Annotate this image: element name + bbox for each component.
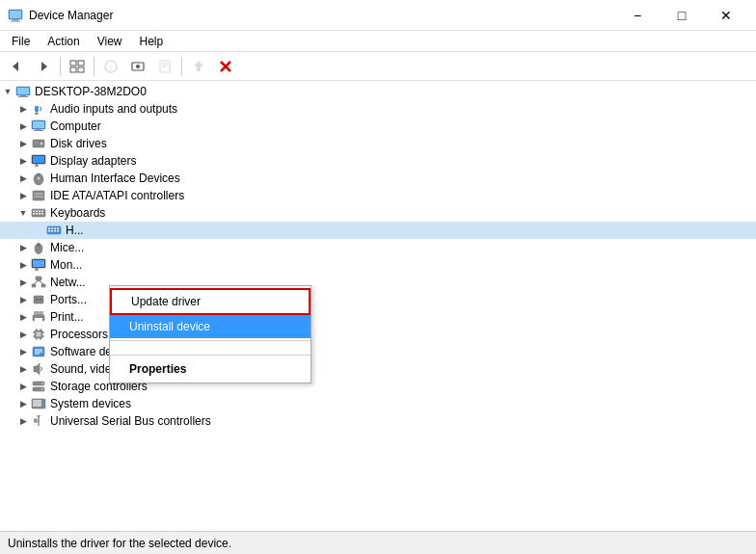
svg-marker-5 [41,62,47,71]
ctx-scan[interactable] [110,343,310,353]
svg-rect-25 [18,96,28,97]
tree-item-hid[interactable]: ▶ Human Interface Devices [0,170,756,187]
ide-expander[interactable]: ▶ [15,187,31,204]
svg-rect-9 [78,67,84,72]
computer-expander[interactable]: ▶ [15,118,31,135]
computer-icon [31,119,46,134]
tree-item-monitors[interactable]: ▶ Mon... [0,256,756,274]
tree-item-system[interactable]: ▶ System devices [0,395,756,412]
back-button[interactable] [4,55,29,78]
software-expander[interactable]: ▶ [15,343,31,360]
toolbar-separator-3 [181,57,182,76]
tree-item-hid-keyboard[interactable]: ▶ H... [0,222,756,239]
close-button[interactable]: ✕ [704,0,748,31]
svg-text:i: i [110,63,112,72]
disk-label: Disk drives [50,137,107,150]
monitors-expander[interactable]: ▶ [15,256,31,274]
tree-item-audio[interactable]: ▶ Audio inputs and outputs [0,100,756,118]
svg-rect-3 [11,20,20,21]
title-bar-left: Device Manager [8,8,113,23]
svg-rect-59 [57,228,59,230]
svg-rect-6 [70,61,76,66]
usb-expander[interactable]: ▶ [15,412,31,430]
properties-button[interactable] [152,55,177,78]
showhide-button[interactable] [65,55,90,78]
toolbar-separator-1 [60,57,61,76]
ide-label: IDE ATA/ATAPI controllers [50,189,184,202]
svg-rect-51 [33,213,35,215]
svg-rect-56 [48,228,50,230]
tree-item-computer[interactable]: ▶ Computer [0,118,756,135]
svg-rect-101 [33,400,41,407]
disk-expander[interactable]: ▶ [15,135,31,152]
ctx-separator-2 [110,355,310,356]
ctx-uninstall-device[interactable]: Uninstall device [110,315,310,338]
mice-expander[interactable]: ▶ [15,239,31,256]
hid-expander[interactable]: ▶ [15,170,31,187]
maximize-button[interactable]: □ [660,0,704,31]
tree-item-usb[interactable]: ▶ Universal Serial Bus controllers [0,412,756,430]
tree-item-ide[interactable]: ▶ IDE ATA/ATAPI controllers [0,187,756,204]
tree-item-display[interactable]: ▶ Display adapters [0,152,756,170]
tree-item-keyboards[interactable]: ▼ Keyboards [0,204,756,222]
svg-marker-18 [194,61,203,66]
monitors-label: Mon... [50,258,82,272]
svg-rect-75 [34,296,43,303]
svg-rect-2 [13,19,18,21]
tree-root[interactable]: ▼ DESKTOP-38M2DO0 [0,83,756,100]
menu-file[interactable]: File [4,33,38,50]
display-expander[interactable]: ▶ [15,152,31,170]
print-expander[interactable]: ▶ [15,308,31,326]
network-expander[interactable]: ▶ [15,274,31,291]
toolbar: i [0,52,756,81]
svg-marker-109 [37,415,40,418]
keyboards-expander[interactable]: ▼ [15,204,31,222]
svg-marker-95 [34,363,40,375]
ports-icon [31,292,46,307]
processors-label: Processors [50,328,108,341]
svg-line-74 [39,280,43,284]
svg-rect-53 [39,213,40,215]
svg-rect-107 [34,419,37,421]
svg-rect-31 [36,129,41,130]
hid-label: Human Interface Devices [50,171,180,185]
system-label: System devices [50,397,131,410]
info-button[interactable]: i [98,55,123,78]
system-expander[interactable]: ▶ [15,395,31,412]
root-icon [15,84,31,99]
disk-icon [31,136,46,151]
network-label: Netw... [50,276,86,289]
sound-expander[interactable]: ▶ [15,360,31,378]
svg-point-77 [40,299,41,301]
menu-view[interactable]: View [90,33,130,50]
forward-button[interactable] [31,55,56,78]
software-icon [31,344,46,359]
processors-expander[interactable]: ▶ [15,326,31,343]
context-menu: Update driver Uninstall device Propertie… [109,285,311,383]
ctx-properties[interactable]: Properties [110,357,310,381]
tree-item-mice[interactable]: ▶ Mice... [0,239,756,256]
menu-action[interactable]: Action [40,33,87,50]
keyboards-icon [31,205,46,221]
svg-rect-37 [33,156,44,163]
app-icon [8,8,23,23]
svg-rect-14 [160,61,170,72]
sound-icon [31,361,46,377]
tree-item-disk[interactable]: ▶ Disk drives [0,135,756,152]
svg-rect-30 [33,121,44,128]
audio-expander[interactable]: ▶ [15,100,31,118]
menu-help[interactable]: Help [132,33,172,50]
status-text: Uninstalls the driver for the selected d… [8,537,231,550]
ctx-update-driver[interactable]: Update driver [110,288,310,315]
storage-expander[interactable]: ▶ [15,378,31,395]
uninstall-toolbar-button[interactable] [213,55,238,78]
svg-rect-103 [42,405,44,407]
svg-rect-32 [34,130,43,131]
minimize-button[interactable]: − [615,0,660,31]
ports-expander[interactable]: ▶ [15,291,31,308]
window-title: Device Manager [29,9,113,22]
update-driver-toolbar-button[interactable] [186,55,211,78]
ctx-separator-1 [110,340,310,341]
root-expander[interactable]: ▼ [0,83,15,100]
scan-button[interactable] [125,55,150,78]
